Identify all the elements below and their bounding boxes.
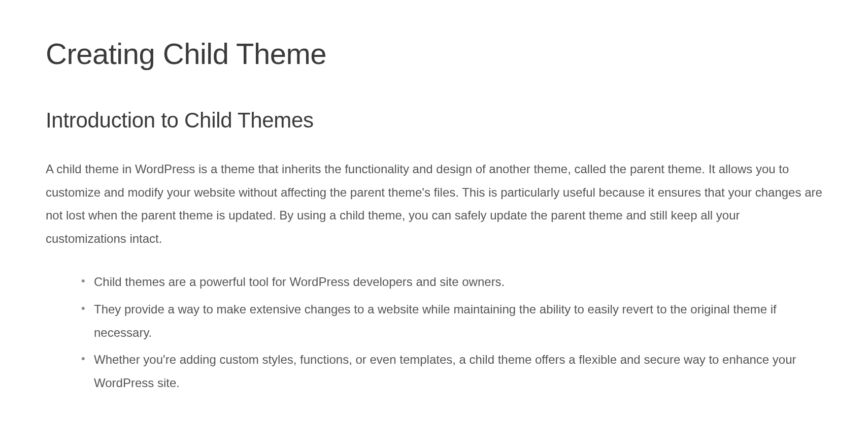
page-title: Creating Child Theme [46,30,822,78]
list-item: They provide a way to make extensive cha… [81,298,822,344]
section-heading: Introduction to Child Themes [46,103,822,137]
bullet-list: Child themes are a powerful tool for Wor… [46,270,822,394]
list-item: Whether you're adding custom styles, fun… [81,348,822,394]
intro-paragraph: A child theme in WordPress is a theme th… [46,157,822,250]
list-item: Child themes are a powerful tool for Wor… [81,270,822,294]
